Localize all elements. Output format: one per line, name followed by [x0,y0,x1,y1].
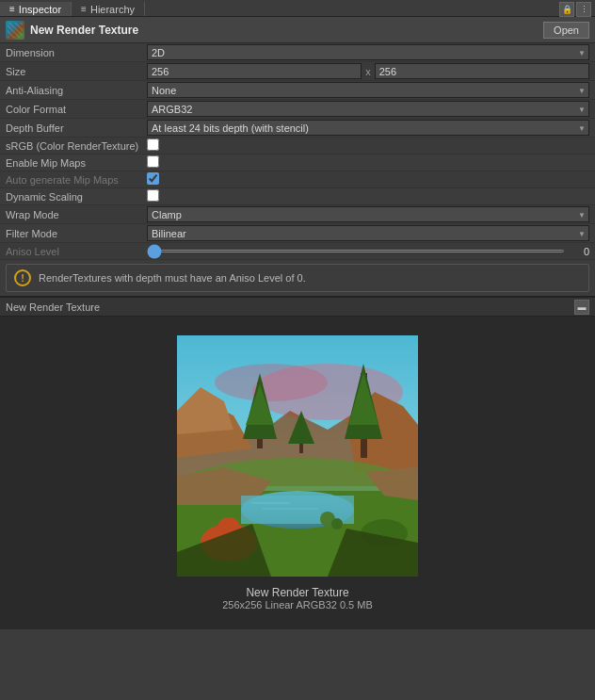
srgb-label: sRGB (Color RenderTexture) [6,140,147,152]
aniso-level-control: 0 [147,246,589,257]
tab-bar: ≡ Inspector ≡ Hierarchy 🔒 ⋮ [0,0,595,17]
svg-point-2 [215,364,328,401]
preview-content: New Render Texture 256x256 Linear ARGB32… [0,317,595,629]
color-format-select-wrapper: ARGB32RGB565ARGB4444 [147,101,589,117]
dimension-select[interactable]: 2D3DCube [147,44,589,60]
depth-buffer-label: Depth Buffer [6,122,147,134]
hierarchy-icon: ≡ [81,4,87,14]
auto-gen-mip-maps-checkbox[interactable] [147,172,159,185]
menu-button[interactable]: ⋮ [576,2,591,17]
auto-gen-mip-maps-row: Auto generate Mip Maps [0,171,595,188]
depth-buffer-row: Depth Buffer No depth buffer At least 16… [0,119,595,138]
enable-mip-maps-label: Enable Mip Maps [6,157,147,169]
size-inputs: x [147,63,589,79]
dimension-row: Dimension 2D3DCube [0,43,595,62]
auto-gen-mip-maps-label: Auto generate Mip Maps [6,174,147,186]
aniso-level-label: Aniso Level [6,246,147,257]
enable-mip-maps-value [147,155,589,170]
asset-name: New Render Texture [30,24,138,37]
properties-panel: Dimension 2D3DCube Size x Anti-Aliasing … [0,43,595,260]
color-format-row: Color Format ARGB32RGB565ARGB4444 [0,100,595,119]
preview-label: New Render Texture [246,586,348,599]
wrap-mode-select[interactable]: ClampRepeatMirror [147,206,589,222]
scene-svg [177,335,418,577]
preview-info: 256x256 Linear ARGB32 0.5 MB [222,599,373,610]
filter-mode-label: Filter Mode [6,228,147,239]
inspector-header: New Render Texture Open [0,17,595,43]
preview-title: New Render Texture [6,301,100,313]
tab-inspector[interactable]: ≡ Inspector [0,2,72,16]
depth-buffer-select[interactable]: No depth buffer At least 16 bits depth A… [147,120,589,136]
anti-aliasing-row: Anti-Aliasing None2 samples4 samples8 sa… [0,81,595,100]
tab-hierarchy[interactable]: ≡ Hierarchy [72,2,145,16]
color-format-label: Color Format [6,104,147,115]
dynamic-scaling-value [147,189,589,203]
tab-hierarchy-label: Hierarchy [90,4,135,15]
anti-aliasing-select[interactable]: None2 samples4 samples8 samples [147,82,589,98]
dimension-label: Dimension [6,47,147,58]
color-format-select[interactable]: ARGB32RGB565ARGB4444 [147,101,589,117]
aniso-level-row: Aniso Level 0 [0,243,595,260]
dimension-select-wrapper: 2D3DCube [147,44,589,60]
size-height-input[interactable] [375,63,589,79]
size-width-input[interactable] [147,63,362,79]
preview-header: New Render Texture ▬ [0,298,595,317]
dynamic-scaling-row: Dynamic Scaling [0,188,595,205]
wrap-mode-label: Wrap Mode [6,209,147,220]
enable-mip-maps-row: Enable Mip Maps [0,155,595,171]
asset-icon [6,21,24,40]
warning-box: ! RenderTextures with depth must have an… [6,264,589,292]
size-label: Size [6,66,147,77]
dynamic-scaling-label: Dynamic Scaling [6,191,147,203]
preview-image [177,335,418,577]
lock-button[interactable]: 🔒 [559,2,574,17]
depth-buffer-select-wrapper: No depth buffer At least 16 bits depth A… [147,120,589,136]
warning-icon: ! [14,269,31,286]
srgb-row: sRGB (Color RenderTexture) [0,138,595,155]
anti-aliasing-label: Anti-Aliasing [6,85,147,96]
size-row: Size x [0,62,595,81]
enable-mip-maps-checkbox[interactable] [147,155,159,168]
filter-mode-select-wrapper: BilinearPointTrilinear [147,225,589,241]
open-button[interactable]: Open [543,22,589,39]
preview-section: New Render Texture ▬ [0,296,595,629]
auto-gen-mip-maps-value [147,172,589,187]
srgb-checkbox[interactable] [147,138,159,151]
tab-actions: 🔒 ⋮ [559,2,595,16]
wrap-mode-row: Wrap Mode ClampRepeatMirror [0,205,595,224]
warning-text: RenderTextures with depth must have an A… [39,272,306,284]
anti-aliasing-select-wrapper: None2 samples4 samples8 samples [147,82,589,98]
wrap-mode-select-wrapper: ClampRepeatMirror [147,206,589,222]
filter-mode-row: Filter Mode BilinearPointTrilinear [0,224,595,243]
aniso-level-slider[interactable] [147,250,565,252]
dynamic-scaling-checkbox[interactable] [147,189,159,202]
inspector-icon: ≡ [9,4,15,14]
svg-point-27 [331,518,343,529]
tab-inspector-label: Inspector [19,4,61,15]
aniso-level-value: 0 [571,246,589,257]
filter-mode-select[interactable]: BilinearPointTrilinear [147,225,589,241]
size-x-separator: x [365,66,371,77]
srgb-value [147,138,589,153]
preview-collapse-button[interactable]: ▬ [574,300,589,315]
